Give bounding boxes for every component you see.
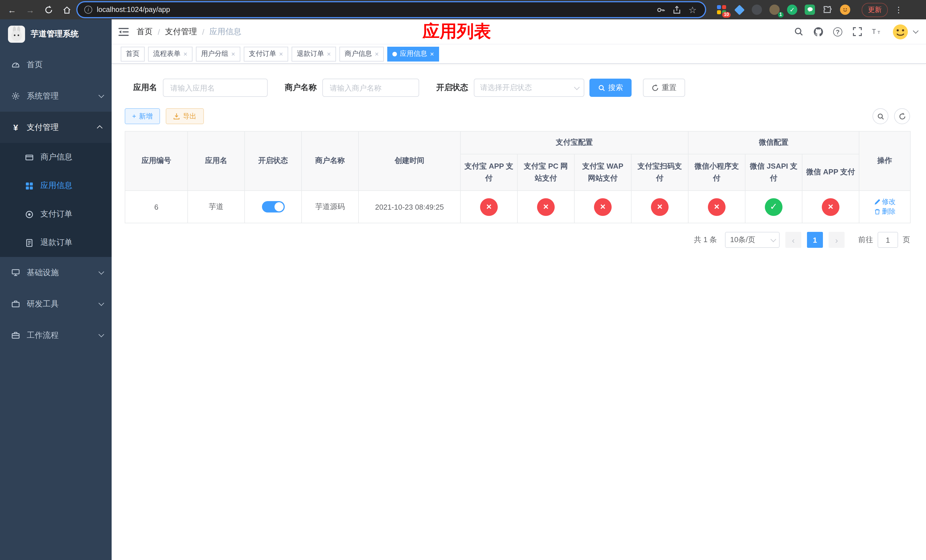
close-icon[interactable]: × [375, 50, 379, 57]
close-circle-icon: × [594, 198, 612, 216]
tabs-bar: 首页 流程表单× 用户分组× 支付订单× 退款订单× 商户信息× 应用信息× [112, 44, 926, 64]
cell-channel-wx-app: × [802, 191, 859, 223]
sidebar-item-payment[interactable]: ¥ 支付管理 [0, 112, 112, 143]
sidebar-item-infra[interactable]: 基础设施 [0, 257, 112, 288]
address-bar[interactable]: i localhost:1024/pay/app ☆ [77, 2, 705, 17]
page-1-button[interactable]: 1 [807, 232, 823, 248]
svg-text:T: T [878, 30, 880, 35]
delete-link[interactable]: 删除 [874, 207, 896, 216]
sidebar-item-system[interactable]: 系统管理 [0, 80, 112, 112]
reset-button[interactable]: 重置 [643, 79, 685, 97]
font-size-icon[interactable]: TT [872, 26, 882, 37]
browser-update-button[interactable]: 更新 [862, 3, 888, 17]
group-header-wechat: 微信配置 [688, 131, 859, 154]
extension-gem-icon[interactable] [733, 3, 746, 16]
tab-app-info[interactable]: 应用信息× [387, 47, 439, 61]
chevron-down-icon [770, 236, 776, 242]
next-page-button[interactable]: › [829, 232, 844, 248]
github-icon[interactable] [813, 26, 823, 37]
browser-menu-kebab-icon[interactable]: ⋮ [891, 5, 906, 14]
home-icon [62, 5, 71, 14]
sidebar-item-refund-order[interactable]: 退款订单 [0, 229, 112, 257]
edit-link[interactable]: 修改 [874, 197, 896, 207]
share-icon[interactable] [671, 4, 682, 15]
refresh-icon [652, 84, 659, 91]
extension-chat-icon[interactable] [803, 3, 816, 16]
sidebar-item-label: 支付订单 [41, 209, 72, 219]
toolbox-icon [11, 331, 20, 339]
status-select[interactable]: 请选择开启状态 [474, 79, 584, 97]
merchant-name-input[interactable] [322, 79, 419, 97]
extension-colordots-icon[interactable]: 10 [715, 3, 728, 16]
breadcrumb-home[interactable]: 首页 [137, 26, 153, 37]
extension-face-icon[interactable] [839, 3, 851, 16]
goto-page-input[interactable] [878, 232, 898, 248]
fullscreen-icon[interactable] [852, 26, 862, 37]
tab-merchant-info[interactable]: 商户信息× [339, 47, 384, 61]
sidebar-toggle-button[interactable] [118, 27, 129, 36]
browser-reload-button[interactable] [41, 2, 56, 17]
extensions-puzzle-icon[interactable] [821, 3, 834, 16]
tab-label: 首页 [126, 49, 139, 59]
user-menu[interactable] [892, 23, 917, 40]
tab-user-group[interactable]: 用户分组× [196, 47, 240, 61]
sidebar-item-merchant-info[interactable]: 商户信息 [0, 143, 112, 171]
app-name-input[interactable] [163, 79, 268, 97]
sidebar-item-app-info[interactable]: 应用信息 [0, 171, 112, 200]
refresh-icon [899, 112, 906, 120]
add-button[interactable]: + 新增 [125, 108, 160, 124]
close-circle-icon: × [480, 198, 498, 216]
extension-avatar-icon[interactable]: 1 [768, 3, 781, 16]
monitor-icon [11, 268, 20, 277]
status-toggle[interactable] [262, 201, 284, 212]
search-button[interactable]: 搜索 [589, 79, 632, 97]
target-icon [25, 210, 33, 218]
bookmark-star-icon[interactable]: ☆ [687, 4, 698, 15]
edit-link-label: 修改 [882, 197, 896, 207]
refresh-table-button[interactable] [894, 108, 910, 124]
sidebar-item-pay-order[interactable]: 支付订单 [0, 200, 112, 229]
plus-icon: + [132, 112, 136, 120]
column-header: 支付宝 PC 网站支付 [517, 154, 574, 191]
page-title: 应用列表 [422, 20, 491, 43]
help-icon[interactable]: ? [833, 27, 842, 36]
sidebar-logo: 芋道管理系统 [0, 20, 112, 49]
column-header: 应用编号 [125, 131, 188, 191]
cell-channel-alipay-qr: × [631, 191, 688, 223]
close-icon[interactable]: × [279, 50, 283, 57]
browser-home-button[interactable] [59, 2, 74, 17]
header-search-icon[interactable] [793, 26, 803, 37]
tab-refund-order[interactable]: 退款订单× [292, 47, 336, 61]
breadcrumb-current: 应用信息 [210, 26, 242, 37]
browser-back-button[interactable]: ← [5, 2, 20, 17]
hamburger-icon [118, 27, 129, 36]
tab-home[interactable]: 首页 [121, 47, 145, 61]
close-icon[interactable]: × [183, 50, 188, 57]
close-icon[interactable]: × [430, 50, 434, 57]
site-info-icon[interactable]: i [84, 6, 92, 14]
page-size-value: 10条/页 [730, 235, 755, 245]
tab-pay-order[interactable]: 支付订单× [244, 47, 288, 61]
password-key-icon[interactable] [655, 4, 666, 15]
sidebar-item-dev-tools[interactable]: 研发工具 [0, 288, 112, 319]
tab-process-form[interactable]: 流程表单× [148, 47, 192, 61]
sidebar-item-home[interactable]: 首页 [0, 49, 112, 80]
merchant-name-label: 商户名称 [285, 83, 317, 93]
close-circle-icon: × [537, 198, 555, 216]
yen-icon: ¥ [11, 123, 20, 132]
toggle-search-button[interactable] [873, 108, 888, 124]
close-icon[interactable]: × [327, 50, 331, 57]
export-button[interactable]: 导出 [166, 108, 204, 124]
prev-page-button[interactable]: ‹ [785, 232, 801, 248]
browser-forward-button[interactable]: → [23, 2, 38, 17]
breadcrumb-payment[interactable]: 支付管理 [165, 26, 197, 37]
main-area: 首页 / 支付管理 / 应用信息 应用列表 ? [112, 20, 926, 560]
extension-dark-circle-icon[interactable] [750, 3, 763, 16]
chevron-down-icon [98, 92, 104, 98]
extension-green-check-icon[interactable]: ✓ [786, 3, 799, 16]
pencil-icon [874, 199, 880, 205]
page-size-select[interactable]: 10条/页 [725, 232, 780, 248]
sidebar-item-workflow[interactable]: 工作流程 [0, 319, 112, 351]
close-icon[interactable]: × [231, 50, 235, 57]
cell-channel-alipay-pc: × [517, 191, 574, 223]
